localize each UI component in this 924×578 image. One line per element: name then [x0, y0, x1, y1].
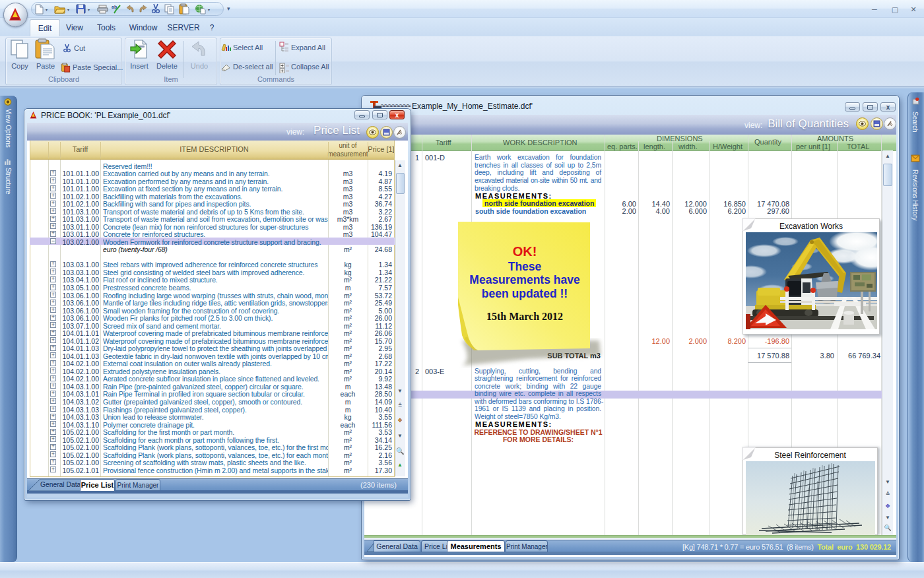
svg-text:ab: ab: [112, 5, 117, 9]
